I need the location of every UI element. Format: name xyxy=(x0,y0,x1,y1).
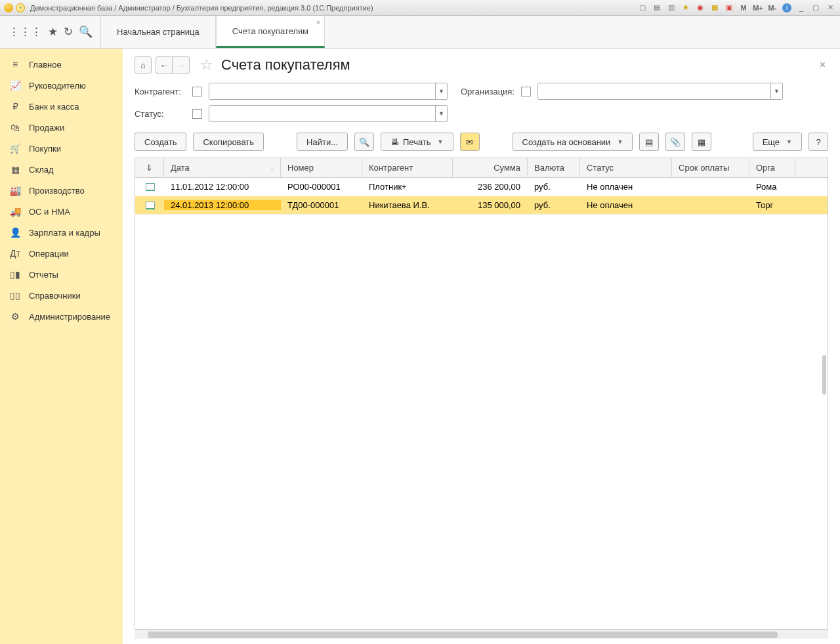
filter-status-select[interactable]: ▼ xyxy=(209,105,448,122)
help-button[interactable]: ? xyxy=(808,133,828,151)
document-icon xyxy=(146,183,155,191)
filter-organization-select[interactable]: ▼ xyxy=(537,83,783,100)
sidebar-item-5[interactable]: ▦Склад xyxy=(0,159,123,180)
sidebar-item-11[interactable]: ▯▯Справочники xyxy=(0,285,123,306)
cell-currency: руб. xyxy=(528,200,580,210)
list-button[interactable]: ▦ xyxy=(692,133,711,151)
create-based-button[interactable]: Создать на основании▼ xyxy=(513,133,633,151)
filter-organization-label: Организация: xyxy=(461,87,514,97)
sidebar-item-9[interactable]: ДтОперации xyxy=(0,243,123,264)
scrollbar-vertical[interactable] xyxy=(822,355,826,395)
cell-org: Торг xyxy=(749,200,795,210)
filter-organization-input[interactable] xyxy=(538,87,770,97)
col-clip[interactable]: ⇓ xyxy=(135,158,164,177)
sidebar-item-1[interactable]: 📈Руководителю xyxy=(0,75,123,96)
dropdown-icon[interactable]: ▼ xyxy=(435,83,447,99)
col-currency[interactable]: Валюта xyxy=(528,158,580,177)
sidebar-item-label: Производство xyxy=(29,186,85,196)
cell-date: 11.01.2012 12:00:00 xyxy=(164,182,281,192)
maximize-button[interactable]: ▢ xyxy=(810,3,822,13)
apps-grid-icon[interactable]: ⋮⋮⋮ xyxy=(9,25,42,39)
col-sum[interactable]: Сумма xyxy=(453,158,528,177)
tab-invoices-label: Счета покупателям xyxy=(232,26,308,36)
attach-button[interactable]: 📎 xyxy=(665,133,685,151)
sidebar-item-8[interactable]: 👤Зарплата и кадры xyxy=(0,222,123,243)
sidebar-item-2[interactable]: ₽Банк и касса xyxy=(0,96,123,117)
scrollbar-horizontal[interactable] xyxy=(135,630,828,639)
sidebar-item-4[interactable]: 🛒Покупки xyxy=(0,138,123,159)
tab-invoices[interactable]: Счета покупателям × xyxy=(216,16,325,48)
filter-status-checkbox[interactable] xyxy=(192,109,202,119)
app-dropdown-icon[interactable]: ▾ xyxy=(16,3,25,12)
search-icon[interactable]: 🔍 xyxy=(79,25,93,39)
favorite-icon[interactable]: ★ xyxy=(680,3,692,13)
filter-organization-checkbox[interactable] xyxy=(521,87,531,97)
info-icon[interactable]: i xyxy=(781,3,793,13)
sidebar-icon: 🛒 xyxy=(9,143,21,154)
nav-home-button[interactable]: ⌂ xyxy=(135,56,152,74)
more-button[interactable]: Еще▼ xyxy=(753,133,802,151)
toolbar-icon-2[interactable]: ▤ xyxy=(651,3,663,13)
col-due[interactable]: Срок оплаты xyxy=(672,158,749,177)
sidebar-item-6[interactable]: 🏭Производство xyxy=(0,180,123,201)
table-row[interactable]: 11.01.2012 12:00:00РО00-000001Плотник+23… xyxy=(135,178,828,196)
nav-back-button[interactable]: ← xyxy=(156,56,173,74)
nav-forward-button[interactable]: → xyxy=(173,56,190,74)
close-window-button[interactable]: ✕ xyxy=(824,3,836,13)
filter-status-input[interactable] xyxy=(209,109,435,119)
top-tabs-bar: ⋮⋮⋮ ★ ↻ 🔍 Начальная страница Счета покуп… xyxy=(0,16,840,49)
find-button[interactable]: Найти... xyxy=(297,133,348,151)
col-number[interactable]: Номер xyxy=(281,158,362,177)
mem-m-button[interactable]: M xyxy=(738,3,749,13)
tab-close-icon[interactable]: × xyxy=(316,18,320,26)
history-icon[interactable]: ↻ xyxy=(64,25,73,39)
col-org[interactable]: Орга xyxy=(749,158,795,177)
sidebar-icon: ⚙ xyxy=(9,311,21,322)
star-icon[interactable]: ★ xyxy=(48,25,58,39)
filter-counterparty-select[interactable]: ▼ xyxy=(209,83,448,100)
sidebar-item-label: Банк и касса xyxy=(29,102,79,112)
filter-counterparty-input[interactable] xyxy=(209,87,435,97)
dropdown-icon[interactable]: ▼ xyxy=(770,83,782,99)
calculator-icon[interactable]: ▦ xyxy=(709,3,721,13)
favorite-page-icon[interactable]: ☆ xyxy=(200,56,213,74)
window-title: Демонстрационная база / Администратор / … xyxy=(30,4,637,12)
sidebar-icon: ▯▯ xyxy=(9,290,21,301)
cell-counterparty: Плотник+ xyxy=(362,182,453,192)
sidebar-icon: ▦ xyxy=(9,164,21,175)
page-close-button[interactable]: × xyxy=(820,59,828,71)
table-row[interactable]: 24.01.2013 12:00:00ТД00-000001Никитаева … xyxy=(135,196,828,215)
sidebar-item-label: Администрирование xyxy=(29,312,110,322)
sidebar-item-0[interactable]: ≡Главное xyxy=(0,54,123,75)
cell-date: 24.01.2013 12:00:00 xyxy=(164,200,281,210)
sidebar-item-label: Склад xyxy=(29,165,54,175)
cell-status: Не оплачен xyxy=(580,200,672,210)
dropdown-icon[interactable]: ▼ xyxy=(435,106,447,121)
clear-filter-button[interactable]: 🔍 xyxy=(354,133,374,151)
calendar-icon[interactable]: ▣ xyxy=(723,3,735,13)
copy-button[interactable]: Скопировать xyxy=(193,133,264,151)
filter-counterparty-checkbox[interactable] xyxy=(192,87,202,97)
toolbar-icon-1[interactable]: ▢ xyxy=(637,3,648,13)
sidebar-item-10[interactable]: ▯▮Отчеты xyxy=(0,264,123,285)
cell-number: ТД00-000001 xyxy=(281,200,362,210)
mem-mplus-button[interactable]: M+ xyxy=(752,3,764,13)
email-button[interactable]: ✉ xyxy=(460,133,480,151)
toolbar-icon-5[interactable]: ◉ xyxy=(694,3,706,13)
create-button[interactable]: Создать xyxy=(135,133,186,151)
report-button[interactable]: ▤ xyxy=(639,133,659,151)
minimize-button[interactable]: _ xyxy=(795,3,807,13)
col-date[interactable]: Дата↓ xyxy=(164,158,281,177)
sidebar-item-7[interactable]: 🚚ОС и НМА xyxy=(0,201,123,222)
toolbar-icon-3[interactable]: ▥ xyxy=(665,3,677,13)
tab-home[interactable]: Начальная страница xyxy=(100,16,216,48)
sidebar-icon: 📈 xyxy=(9,80,21,91)
tab-home-label: Начальная страница xyxy=(117,27,200,37)
col-counterparty[interactable]: Контрагент xyxy=(362,158,453,177)
sidebar-item-12[interactable]: ⚙Администрирование xyxy=(0,306,123,327)
table-header: ⇓ Дата↓ Номер Контрагент Сумма Валюта Ст… xyxy=(135,158,828,178)
col-status[interactable]: Статус xyxy=(580,158,672,177)
print-button[interactable]: 🖶 Печать▼ xyxy=(381,133,453,151)
sidebar-item-3[interactable]: 🛍Продажи xyxy=(0,117,123,138)
mem-mminus-button[interactable]: M- xyxy=(766,3,778,13)
